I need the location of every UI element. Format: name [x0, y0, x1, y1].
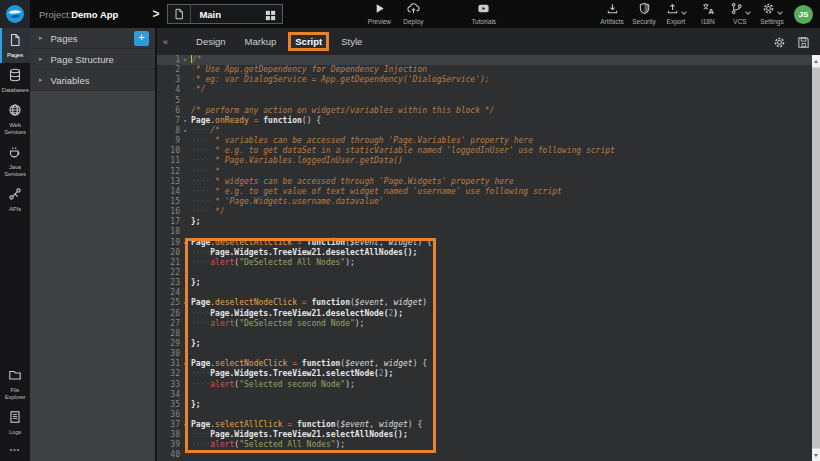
rail-item-file-explorer[interactable]: File Explorer [0, 363, 30, 405]
explorer-section-pages[interactable]: ▸Pages+ [30, 28, 155, 49]
code-line-2[interactable]: 2·* Use App.getDependency for Dependency… [157, 65, 812, 75]
code-line-8[interactable]: 8▾····/* [157, 126, 812, 136]
code-line-30[interactable]: 30 [157, 349, 812, 359]
code-line-4[interactable]: 4·*/ [157, 85, 812, 95]
code-line-18[interactable]: 18 [157, 227, 812, 237]
fold-toggle-icon[interactable]: ▾ [180, 299, 190, 306]
scrollbar-thumb[interactable] [812, 68, 820, 448]
topbar-action-preview[interactable]: Preview [365, 3, 393, 25]
rail-item-apis[interactable]: APIs [0, 182, 30, 217]
line-gutter: 8▾ [157, 126, 191, 136]
code-line-33[interactable]: 33····alert("Selected second Node"); [157, 380, 812, 390]
code-text: ···· * 'Page.Widgets.username.datavalue' [191, 197, 384, 207]
code-line-23[interactable]: 23}; [157, 278, 812, 288]
code-line-38[interactable]: 38····Page.Widgets.TreeView21.selectAllN… [157, 430, 812, 440]
fold-toggle-icon[interactable]: ▾ [180, 127, 190, 134]
tab-design[interactable]: Design [196, 36, 226, 47]
code-line-40[interactable]: 40 [157, 450, 812, 460]
code-line-25[interactable]: 25▾Page.deselectNodeClick = function($ev… [157, 298, 812, 308]
code-line-39[interactable]: 39····alert("Selected All Nodes"); [157, 440, 812, 450]
breadcrumb-chevron-icon[interactable]: > [152, 7, 159, 21]
editor-scrollbar[interactable] [812, 55, 820, 461]
user-avatar[interactable]: JS [794, 5, 813, 24]
grid-icon[interactable] [264, 8, 277, 21]
code-line-17[interactable]: 17}; [157, 217, 812, 227]
folder-icon [8, 368, 22, 386]
code-line-26[interactable]: 26····Page.Widgets.TreeView21.deselectNo… [157, 309, 812, 319]
topbar-action-artifacts[interactable]: Artifacts [598, 3, 626, 25]
code-line-9[interactable]: 9···· * variables can be accessed throug… [157, 136, 812, 146]
caret-right-icon[interactable]: ▸ [39, 55, 43, 63]
script-settings-gear-icon[interactable] [773, 35, 786, 48]
code-line-11[interactable]: 11···· * Page.Variables.loggedInUser.get… [157, 156, 812, 166]
code-line-7[interactable]: 7▾Page.onReady = function() { [157, 116, 812, 126]
code-line-28[interactable]: 28 [157, 329, 812, 339]
code-line-35[interactable]: 35}; [157, 400, 812, 410]
collapse-panel-button[interactable]: « [160, 36, 171, 48]
scrollbar-down-button[interactable] [812, 449, 820, 461]
topbar-action-label: Artifacts [600, 18, 623, 25]
fold-toggle-icon[interactable]: ▾ [180, 421, 190, 428]
code-line-24[interactable]: 24 [157, 288, 812, 298]
tab-style[interactable]: Style [341, 36, 362, 47]
rail-item-logs[interactable]: Logs [0, 405, 30, 440]
code-line-29[interactable]: 29}; [157, 339, 812, 349]
code-line-14[interactable]: 14···· * e.g. to get value of text widge… [157, 187, 812, 197]
page-tab-main[interactable]: Main [167, 4, 283, 24]
code-line-3[interactable]: 3·* eg: var DialogService = App.getDepen… [157, 75, 812, 85]
caret-right-icon[interactable]: ▸ [39, 34, 43, 42]
topbar-action-deploy[interactable]: Deploy [399, 3, 427, 25]
explorer-section-variables[interactable]: ▸Variables [30, 70, 155, 91]
app-logo[interactable] [0, 0, 30, 28]
tab-script[interactable]: Script [288, 32, 329, 51]
fold-toggle-icon[interactable]: ▾ [180, 117, 190, 124]
fold-toggle-icon[interactable]: ▾ [180, 360, 190, 367]
code-line-31[interactable]: 31▾Page.selectNodeClick = function($even… [157, 359, 812, 369]
topbar-action-export[interactable]: Export [662, 3, 690, 25]
database-icon [8, 68, 22, 86]
code-line-32[interactable]: 32····Page.Widgets.TreeView21.selectNode… [157, 369, 812, 379]
rail-item-databases[interactable]: Databases [0, 63, 30, 98]
code-line-1[interactable]: 1▾/* [157, 55, 812, 65]
code-line-19[interactable]: 19▾Page.deselectAllClick = function($eve… [157, 238, 812, 248]
code-line-20[interactable]: 20····Page.Widgets.TreeView21.deselectAl… [157, 248, 812, 258]
topbar-action-tutorials[interactable]: Tutorials [469, 3, 498, 25]
fold-toggle-icon[interactable]: ▾ [180, 239, 190, 246]
rail-item-java-services[interactable]: Java Services [0, 140, 30, 182]
code-line-6[interactable]: 6/* perform any action on widgets/variab… [157, 106, 812, 116]
rail-item-pages[interactable]: Pages [0, 28, 30, 63]
code-text: Page.onReady = function() { [191, 116, 321, 126]
rail-item-label: Java Services [0, 164, 30, 178]
code-line-22[interactable]: 22 [157, 268, 812, 278]
code-line-27[interactable]: 27····alert("DeSelected second Node"); [157, 319, 812, 329]
line-gutter: 33 [157, 380, 191, 390]
line-gutter: 5 [157, 96, 191, 106]
code-area[interactable]: 1▾/*2·* Use App.getDependency for Depend… [157, 55, 812, 461]
code-line-10[interactable]: 10···· * e.g. to get dataSet in a static… [157, 146, 812, 156]
chevron-down-icon [745, 9, 751, 15]
rail-item-web-services[interactable]: Web Services [0, 98, 30, 140]
code-line-36[interactable]: 36 [157, 410, 812, 420]
save-icon[interactable] [797, 35, 810, 48]
topbar-action-i18n[interactable]: Ai18N [694, 3, 722, 25]
caret-right-icon[interactable]: ▸ [39, 76, 43, 84]
add-page-button[interactable]: + [134, 31, 149, 46]
code-line-16[interactable]: 16···· */ [157, 207, 812, 217]
code-line-13[interactable]: 13···· * widgets can be accessed through… [157, 177, 812, 187]
code-line-12[interactable]: 12···· * [157, 167, 812, 177]
code-line-5[interactable]: 5 [157, 96, 812, 106]
topbar-action-vcs[interactable]: VCS [726, 3, 754, 25]
scrollbar-up-button[interactable] [812, 55, 820, 67]
code-line-34[interactable]: 34 [157, 390, 812, 400]
code-text: ···· */ [191, 207, 225, 217]
script-editor[interactable]: 1▾/*2·* Use App.getDependency for Depend… [157, 55, 820, 461]
fold-toggle-icon[interactable]: ▾ [180, 56, 190, 63]
explorer-section-page-structure[interactable]: ▸Page Structure [30, 49, 155, 70]
code-line-15[interactable]: 15···· * 'Page.Widgets.username.datavalu… [157, 197, 812, 207]
code-line-21[interactable]: 21····alert("DeSelected All Nodes"); [157, 258, 812, 268]
rail-overflow-menu[interactable]: ••• [0, 440, 30, 461]
code-line-37[interactable]: 37▾Page.selectAllClick = function($event… [157, 420, 812, 430]
topbar-action-security[interactable]: Security [630, 3, 658, 25]
tab-markup[interactable]: Markup [245, 36, 277, 47]
topbar-action-settings[interactable]: Settings [758, 3, 786, 25]
